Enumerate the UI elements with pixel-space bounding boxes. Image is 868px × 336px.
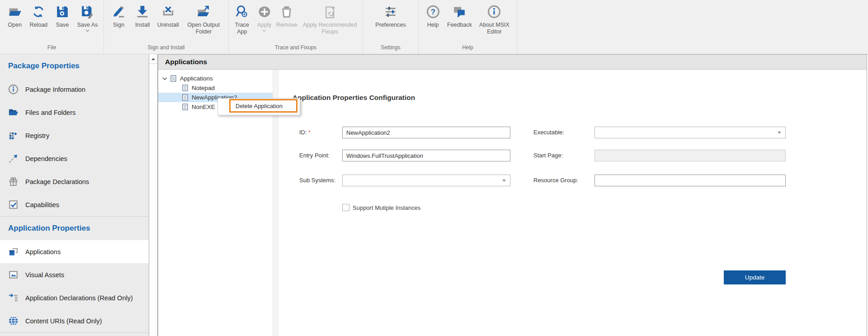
sidebar-item-label: Application Declarations (Read Only) xyxy=(25,294,133,302)
sidebar-item-visual-assets[interactable]: Visual Assets xyxy=(0,263,149,286)
save-button[interactable]: Save xyxy=(52,3,72,28)
open-button[interactable]: Open xyxy=(5,3,25,28)
about-msix-editor-label: About MSIX Editor xyxy=(477,22,511,35)
help-button[interactable]: ? Help xyxy=(423,3,443,28)
sidebar-item-content-uris[interactable]: Content URIs (Read Only) xyxy=(0,309,149,332)
scrollbar-up-button[interactable] xyxy=(149,54,157,64)
combo-dropdown-arrow-icon xyxy=(502,180,506,182)
preferences-sliders-icon xyxy=(384,3,397,20)
dependencies-arrow-icon xyxy=(8,153,19,164)
reload-button[interactable]: Reload xyxy=(28,3,48,28)
save-as-button[interactable]: Save As xyxy=(76,3,99,32)
ribbon-group-file: Open Reload Save xyxy=(0,0,104,54)
sidebar-item-files-and-folders[interactable]: Files and Folders xyxy=(0,101,149,124)
id-field-label: ID:* xyxy=(299,127,311,138)
install-button-label: Install xyxy=(135,22,150,28)
delete-application-menu-item[interactable]: Delete Application xyxy=(229,99,297,113)
globe-icon xyxy=(8,316,19,327)
feedback-chat-icon xyxy=(453,3,466,20)
ribbon-group-label-help: Help xyxy=(419,43,517,54)
tree-node-label: NonEXE xyxy=(192,104,215,110)
dropdown-chevron-icon xyxy=(85,29,90,32)
ribbon-group-label-settings: Settings xyxy=(363,43,418,54)
sidebar-item-dependencies[interactable]: Dependencies xyxy=(0,147,149,170)
tree-node-label: Notepad xyxy=(192,85,215,91)
entry-point-input[interactable] xyxy=(342,150,510,161)
apply-button-label: Apply xyxy=(257,22,271,28)
sidebar-item-label: Content URIs (Read Only) xyxy=(25,317,102,325)
remove-button[interactable]: Remove xyxy=(275,3,298,28)
document-icon xyxy=(182,104,188,110)
info-icon xyxy=(8,84,19,95)
remove-trash-icon xyxy=(280,3,293,20)
uninstall-button-label: Uninstall xyxy=(157,22,179,28)
sidebar-item-label: Files and Folders xyxy=(25,109,75,116)
sub-systems-combobox[interactable] xyxy=(342,175,510,186)
reload-button-label: Reload xyxy=(29,22,47,28)
ribbon-toolbar: Open Reload Save xyxy=(0,0,868,54)
sidebar-item-registry[interactable]: Registry xyxy=(0,124,149,147)
open-button-label: Open xyxy=(8,22,22,28)
form-heading: Application Properties Configuration xyxy=(292,94,415,102)
ribbon-group-settings: Preferences Settings xyxy=(363,0,419,54)
document-icon xyxy=(170,75,176,82)
help-question-icon: ? xyxy=(426,3,440,20)
tree-item-notepad[interactable]: Notepad xyxy=(158,83,273,93)
start-page-input xyxy=(594,150,786,161)
chevron-down-icon[interactable] xyxy=(162,77,168,80)
sidebar-item-package-information[interactable]: Package Information xyxy=(0,78,149,101)
help-button-label: Help xyxy=(427,22,439,28)
id-label-text: ID: xyxy=(299,129,307,136)
install-button[interactable]: Install xyxy=(132,3,152,28)
image-icon xyxy=(8,270,19,280)
open-output-folder-button[interactable]: Open Output Folder xyxy=(184,3,223,35)
id-input[interactable] xyxy=(342,127,510,138)
arrow-list-icon xyxy=(8,293,19,303)
required-asterisk: * xyxy=(308,129,311,136)
main-panel-header: Applications xyxy=(158,55,867,70)
sidebar-item-applications[interactable]: Applications xyxy=(0,240,149,263)
checkbox-check-icon xyxy=(8,199,19,210)
feedback-button[interactable]: Feedback xyxy=(446,3,473,28)
resource-group-input[interactable] xyxy=(594,175,786,186)
sidebar-item-label: Package Information xyxy=(25,86,85,93)
support-multiple-instances-checkbox[interactable] xyxy=(342,204,349,211)
uninstall-button[interactable]: Uninstall xyxy=(156,3,180,28)
navigation-sidebar: Package Properties Package Information F… xyxy=(0,54,149,336)
dropdown-chevron-icon xyxy=(262,29,266,32)
ribbon-group-sign-and-install: Sign Install Uninstall xyxy=(104,0,229,54)
executable-combobox[interactable] xyxy=(594,127,786,138)
sidebar-item-label: Dependencies xyxy=(25,155,67,162)
entry-point-field-label: Entry Point: xyxy=(299,150,330,161)
main-panel: Applications Applications Notepad xyxy=(158,54,867,336)
tree-root-applications[interactable]: Applications xyxy=(158,74,273,83)
sidebar-divider xyxy=(0,332,149,333)
support-multiple-instances-label: Support Mutiple Instances xyxy=(353,204,420,211)
sign-button[interactable]: Sign xyxy=(109,3,129,28)
trace-app-button[interactable]: Trace App xyxy=(231,3,253,35)
executable-field-label: Executable: xyxy=(533,127,564,138)
about-msix-editor-button[interactable]: About MSIX Editor xyxy=(476,3,512,35)
install-icon xyxy=(136,3,149,20)
sidebar-item-label: Visual Assets xyxy=(25,271,64,279)
sidebar-item-application-declarations[interactable]: Application Declarations (Read Only) xyxy=(0,286,149,309)
document-icon xyxy=(182,94,188,101)
apply-button[interactable]: Apply xyxy=(255,3,274,32)
sub-systems-field-label: Sub Systems: xyxy=(299,175,335,186)
ribbon-group-label-trace-and-fixups: Trace and Fixups xyxy=(229,43,363,54)
update-button[interactable]: Update xyxy=(724,270,786,284)
remove-button-label: Remove xyxy=(276,22,297,28)
sidebar-item-capabilities[interactable]: Capabilities xyxy=(0,193,149,216)
msix-editor-window: Open Reload Save xyxy=(0,0,868,336)
main-panel-title: Applications xyxy=(165,58,207,66)
resource-group-field-label: Resource Group: xyxy=(533,175,578,186)
svg-text:?: ? xyxy=(430,8,435,16)
combo-dropdown-arrow-icon xyxy=(778,132,781,134)
sidebar-scrollbar[interactable] xyxy=(149,54,158,336)
sidebar-item-package-declarations[interactable]: Package Declarations xyxy=(0,170,149,193)
apply-recommended-fixups-button[interactable]: Apply Recommended Fixups xyxy=(299,3,361,35)
ribbon-group-label-sign-and-install: Sign and Install xyxy=(104,43,228,54)
sidebar-item-label: Package Declarations xyxy=(25,178,89,185)
open-output-folder-label: Open Output Folder xyxy=(184,22,222,35)
preferences-button[interactable]: Preferences xyxy=(374,3,406,28)
